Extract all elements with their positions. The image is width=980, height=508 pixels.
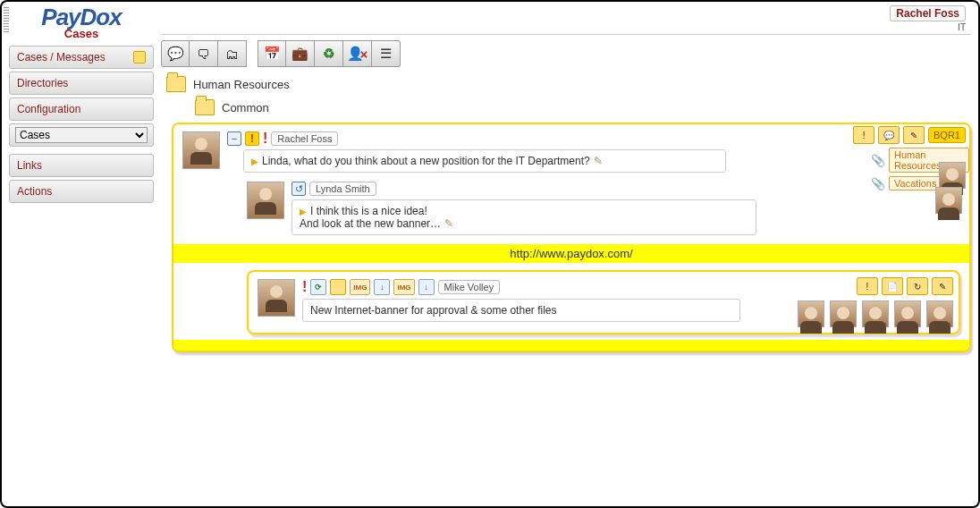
toolbar-remove-user[interactable]: 👤× — [343, 40, 372, 67]
post-1-message: ▶ Linda, what do you think about a new p… — [243, 149, 726, 173]
sidebar: PayDox Cases Cases / Messages Directorie… — [2, 2, 157, 506]
folder-icon — [195, 99, 215, 115]
link-bar: http://www.paydox.com/ — [173, 244, 969, 263]
post-1: − ! ! Rachel Foss ▶ Linda, what do you t… — [182, 131, 960, 173]
participant-avatars — [798, 301, 953, 327]
speech-bubble2-icon: 🗨 — [197, 47, 210, 62]
x-icon: × — [360, 47, 368, 62]
folder-root[interactable]: Human Resources — [166, 76, 971, 92]
speech-bubble-icon: 💬 — [167, 46, 184, 62]
nav-actions[interactable]: Actions — [9, 180, 154, 203]
img-attachment-icon[interactable]: IMG — [350, 279, 370, 295]
nested-author[interactable]: Mike Volley — [438, 280, 501, 294]
case-card: ! 💬 ✎ BQR1 − ! ! Rachel Foss — [172, 123, 971, 352]
participant-avatar[interactable] — [935, 187, 962, 214]
toolbar-new-folder[interactable]: 🗂 — [218, 40, 247, 67]
folder-icon — [166, 76, 186, 92]
folder-sub-label: Common — [222, 101, 269, 114]
current-user-chip[interactable]: Rachel Foss — [890, 5, 966, 21]
calendar-icon: 📅 — [264, 46, 281, 62]
post-2-line1: I think this is a nice idea! — [310, 205, 427, 217]
priority-badge: ! — [245, 131, 259, 146]
briefcase-icon: 💼 — [291, 46, 308, 62]
cases-select[interactable]: Cases — [15, 127, 148, 143]
refresh-icon: ♻ — [323, 46, 334, 62]
folder-chip-icon[interactable] — [330, 279, 346, 295]
list-icon: ☰ — [380, 46, 392, 62]
sticky-note-icon — [133, 51, 146, 64]
post-2-message: ▶ I think this is a nice idea! And look … — [291, 199, 756, 235]
nested-card: ! 📄 ↻ ✎ ! ⟳ IMG ↓ IMG — [247, 270, 960, 334]
avatar[interactable] — [258, 279, 295, 317]
post-1-author[interactable]: Rachel Foss — [271, 131, 338, 146]
toolbar: 💬 🗨 🗂 📅 💼 ♻ 👤× ☰ — [161, 40, 971, 67]
bullet-icon: ▶ — [300, 207, 307, 216]
nav-cases-messages[interactable]: Cases / Messages — [9, 46, 154, 69]
post-2-line2: And look at the new banner… — [300, 217, 441, 230]
nav-directories[interactable]: Directories — [9, 72, 154, 95]
post-2-author[interactable]: Lynda Smith — [309, 182, 376, 196]
case-footer-bar — [173, 340, 969, 351]
reply-icon[interactable]: ↺ — [291, 182, 306, 196]
avatar[interactable] — [182, 131, 220, 169]
nested-message: New Internet-banner for approval & some … — [302, 299, 740, 322]
cases-select-wrap: Cases — [9, 123, 154, 147]
brand-name: PayDox — [9, 5, 154, 29]
nav-links-label: Links — [17, 159, 42, 172]
paperclip-icon: 📎 — [871, 154, 885, 167]
nav-cases-messages-label: Cases / Messages — [17, 51, 106, 64]
toolbar-refresh[interactable]: ♻ — [315, 40, 343, 67]
current-user-dept: IT — [958, 22, 966, 32]
img-attachment-icon[interactable]: IMG — [393, 279, 414, 295]
logo: PayDox Cases — [9, 5, 154, 40]
nav-configuration[interactable]: Configuration — [9, 97, 154, 121]
main-area: Rachel Foss IT 💬 🗨 🗂 📅 💼 ♻ 👤× ☰ Human Re… — [157, 2, 978, 506]
nav-configuration-label: Configuration — [17, 103, 80, 115]
warning-icon: ! — [263, 131, 267, 146]
post-2: ↺ Lynda Smith ▶ I think this is a nice i… — [247, 182, 960, 235]
participant-avatar[interactable] — [830, 301, 857, 327]
nav-directories-label: Directories — [17, 77, 68, 89]
participant-avatar[interactable] — [894, 301, 921, 327]
toolbar-new-topic[interactable]: 🗨 — [190, 40, 218, 67]
edit-icon[interactable]: ✎ — [594, 155, 603, 167]
post-1-text: Linda, what do you think about a new pos… — [262, 155, 590, 167]
avatar[interactable] — [247, 182, 284, 219]
edit-icon[interactable]: ✎ — [444, 217, 453, 230]
nav-actions-label: Actions — [17, 185, 52, 198]
topbar: Rachel Foss IT — [161, 2, 971, 35]
folder-root-label: Human Resources — [193, 78, 290, 91]
sync-icon[interactable]: ⟳ — [310, 279, 326, 295]
folder-sub[interactable]: Common — [195, 99, 971, 115]
nested-text: New Internet-banner for approval & some … — [310, 304, 556, 317]
download-icon[interactable]: ↓ — [374, 279, 390, 295]
bullet-icon: ▶ — [251, 157, 258, 166]
folder-add-icon: 🗂 — [225, 47, 239, 62]
toolbar-list[interactable]: ☰ — [372, 40, 401, 67]
collapse-button[interactable]: − — [227, 131, 241, 146]
brand-section: Cases — [9, 27, 154, 40]
participant-avatar[interactable] — [926, 301, 953, 327]
toolbar-new-message[interactable]: 💬 — [161, 40, 190, 67]
window-grip[interactable] — [4, 7, 9, 34]
toolbar-briefcase[interactable]: 💼 — [286, 40, 315, 67]
nav-links[interactable]: Links — [9, 154, 154, 177]
toolbar-calendar[interactable]: 📅 — [258, 40, 286, 67]
participant-avatar[interactable] — [798, 301, 824, 327]
download-icon[interactable]: ↓ — [418, 279, 435, 295]
participant-avatar[interactable] — [862, 301, 889, 327]
warning-icon: ! — [302, 280, 307, 294]
external-link[interactable]: http://www.paydox.com/ — [510, 247, 632, 260]
